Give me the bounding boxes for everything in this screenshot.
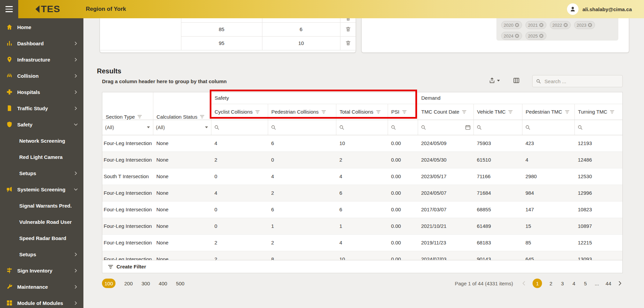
column-header-turning-tmc[interactable]: Turning TMC bbox=[574, 104, 622, 120]
filter-pedestrian-tmc[interactable] bbox=[522, 120, 574, 135]
column-header-total-collisions[interactable]: Total Collisions bbox=[336, 104, 388, 120]
create-filter-button[interactable]: Create Filter bbox=[102, 260, 622, 273]
next-page-button[interactable] bbox=[617, 281, 623, 286]
caret-down-icon[interactable] bbox=[205, 126, 208, 128]
sidebar-item-systemic-screening[interactable]: Systemic Screening bbox=[0, 181, 83, 197]
table-row[interactable]: Four-Leg IntersectionNone2020.002024/05/… bbox=[102, 151, 622, 168]
sidebar-item-safety-setups[interactable]: Setups bbox=[0, 165, 83, 181]
page-number-44[interactable]: 44 bbox=[606, 281, 611, 286]
sidebar-item-network-screening[interactable]: Network Screening bbox=[0, 133, 83, 149]
page-size-500[interactable]: 500 bbox=[176, 281, 184, 286]
sidebar-item-module-of-modules[interactable]: Module of Modules bbox=[0, 295, 83, 308]
user-email[interactable]: ali.shalaby@cima.ca bbox=[583, 6, 632, 12]
header-filter-icon[interactable] bbox=[255, 110, 260, 114]
page-number-4[interactable]: 4 bbox=[571, 281, 576, 286]
header-filter-icon[interactable] bbox=[462, 110, 467, 114]
filter-cyclist-collisions[interactable] bbox=[211, 120, 268, 135]
calendar-icon[interactable] bbox=[465, 124, 471, 130]
band-header-demand: Demand bbox=[418, 92, 622, 104]
column-header-cyclist-collisions[interactable]: Cyclist Collisions bbox=[211, 104, 268, 120]
infrastructure-icon bbox=[6, 56, 13, 63]
chip-close-icon[interactable] bbox=[563, 23, 568, 27]
delete-row-button[interactable] bbox=[344, 18, 352, 22]
modules-icon bbox=[6, 300, 13, 306]
page-number-3[interactable]: 3 bbox=[560, 281, 565, 286]
page-ellipsis: ... bbox=[594, 281, 599, 286]
filter-pedestrian-collisions[interactable] bbox=[268, 120, 336, 135]
app-logo: TES bbox=[35, 0, 60, 18]
sidebar-item-traffic-study[interactable]: Traffic Study bbox=[0, 100, 83, 116]
trash-icon bbox=[345, 40, 351, 46]
sidebar-item-systemic-setups[interactable]: Setups bbox=[0, 246, 83, 262]
hamburger-menu-button[interactable] bbox=[0, 0, 18, 18]
page-size-400[interactable]: 400 bbox=[159, 281, 167, 286]
export-button[interactable] bbox=[489, 77, 500, 84]
chevron-right-icon bbox=[74, 41, 78, 46]
header-filter-icon[interactable] bbox=[508, 110, 513, 114]
traffic-study-icon bbox=[6, 105, 13, 112]
filter-total-collisions[interactable] bbox=[336, 120, 388, 135]
sidebar-item-signal-warrants[interactable]: Signal Warrants Pred. bbox=[0, 197, 83, 214]
column-header-pedestrian-tmc[interactable]: Pedestrian TMC bbox=[522, 104, 574, 120]
column-chooser-button[interactable] bbox=[513, 77, 520, 84]
page-size-200[interactable]: 200 bbox=[124, 281, 133, 286]
sidebar-item-sign-inventory[interactable]: Sign Inventory bbox=[0, 262, 83, 279]
chip-close-icon[interactable] bbox=[515, 23, 519, 27]
year-chip: 2022 bbox=[550, 21, 571, 29]
table-row[interactable]: Four-Leg IntersectionNone46100.002024/05… bbox=[102, 135, 622, 151]
header-filter-icon[interactable] bbox=[200, 115, 205, 119]
header-filter-icon[interactable] bbox=[137, 115, 142, 119]
search-icon bbox=[525, 125, 531, 130]
trash-icon bbox=[345, 26, 351, 32]
search-input[interactable] bbox=[544, 78, 619, 85]
page-number-1[interactable]: 1 bbox=[533, 279, 542, 288]
filter-calculation-status[interactable]: (All) bbox=[153, 120, 211, 135]
chip-close-icon[interactable] bbox=[539, 33, 544, 38]
prev-page-button[interactable] bbox=[521, 281, 526, 286]
user-avatar[interactable] bbox=[567, 3, 578, 15]
filter-section-type[interactable]: (All) bbox=[102, 120, 153, 135]
sidebar-item-hospitals[interactable]: Hospitals bbox=[0, 84, 83, 100]
page-number-2[interactable]: 2 bbox=[548, 281, 553, 286]
page-size-100[interactable]: 100 bbox=[102, 279, 115, 288]
column-header-psi[interactable]: PSI bbox=[388, 104, 418, 120]
header-filter-icon[interactable] bbox=[565, 110, 570, 114]
sidebar-item-red-light-camera[interactable]: Red Light Camera bbox=[0, 149, 83, 165]
caret-down-icon[interactable] bbox=[147, 126, 150, 128]
table-row[interactable]: Four-Leg IntersectionNone28100.002024/07… bbox=[102, 251, 622, 260]
sidebar-item-collision[interactable]: Collision bbox=[0, 68, 83, 84]
filter-psi[interactable] bbox=[388, 120, 418, 135]
chip-close-icon[interactable] bbox=[515, 33, 519, 38]
column-header-calculation-status[interactable]: Calculation Status bbox=[153, 92, 211, 120]
table-row[interactable]: Four-Leg IntersectionNone0660.002017/03/… bbox=[102, 201, 622, 218]
column-header-pedestrian-collisions[interactable]: Pedestrian Collisions bbox=[268, 104, 336, 120]
table-row[interactable]: South T IntersectionNone0440.002023/05/1… bbox=[102, 168, 622, 185]
header-filter-icon[interactable] bbox=[610, 110, 615, 114]
page-number-5[interactable]: 5 bbox=[583, 281, 588, 286]
header-filter-icon[interactable] bbox=[402, 110, 407, 114]
header-filter-icon[interactable] bbox=[376, 110, 381, 114]
chip-close-icon[interactable] bbox=[588, 23, 592, 27]
column-header-section-type[interactable]: Section Type bbox=[102, 92, 153, 120]
sidebar-item-speed-radar-board[interactable]: Speed Radar Board bbox=[0, 230, 83, 246]
filter-tmc-count-date[interactable] bbox=[418, 120, 473, 135]
page-info: Page 1 of 44 (4331 items) bbox=[455, 281, 513, 286]
sidebar-item-infrastructure[interactable]: Infrastructure bbox=[0, 51, 83, 68]
sidebar-item-dashboard[interactable]: Dashboard bbox=[0, 35, 83, 51]
table-row[interactable]: Four-Leg IntersectionNone2240.002019/11/… bbox=[102, 234, 622, 251]
filter-turning-tmc[interactable] bbox=[574, 120, 622, 135]
sidebar-item-safety[interactable]: Safety bbox=[0, 116, 83, 133]
column-header-tmc-count-date[interactable]: TMC Count Date bbox=[418, 104, 473, 120]
delete-row-button[interactable] bbox=[344, 25, 352, 33]
header-filter-icon[interactable] bbox=[321, 110, 326, 114]
sidebar-item-home[interactable]: Home bbox=[0, 19, 83, 35]
delete-row-button[interactable] bbox=[344, 39, 352, 47]
table-row[interactable]: Four-Leg IntersectionNone0110.002021/10/… bbox=[102, 218, 622, 234]
column-header-vehicle-tmc[interactable]: Vehicle TMC bbox=[473, 104, 522, 120]
page-size-300[interactable]: 300 bbox=[141, 281, 150, 286]
sidebar-item-vulnerable-road-user[interactable]: Vulnerable Road User bbox=[0, 214, 83, 230]
table-row[interactable]: Four-Leg IntersectionNone4260.002024/05/… bbox=[102, 185, 622, 201]
chip-close-icon[interactable] bbox=[539, 23, 544, 27]
sidebar-item-maintenance[interactable]: Maintenance bbox=[0, 279, 83, 295]
filter-vehicle-tmc[interactable] bbox=[473, 120, 522, 135]
